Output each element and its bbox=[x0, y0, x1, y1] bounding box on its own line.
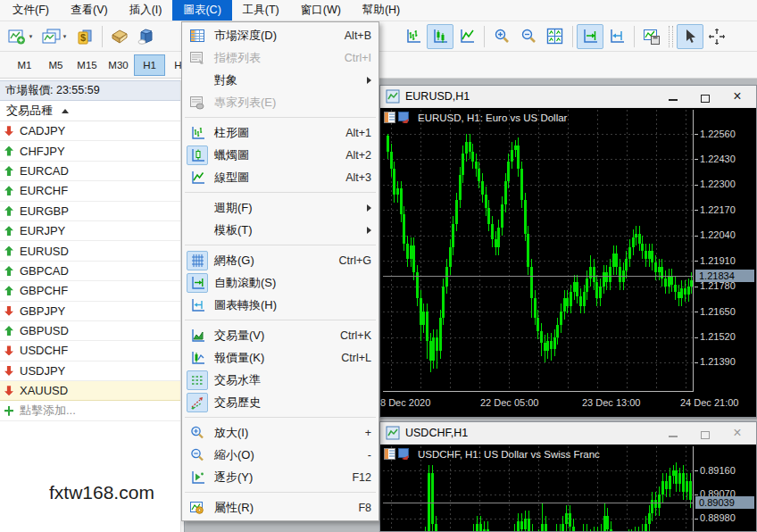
chart-menu-item-21-zoom-in[interactable]: 放大(I)+ bbox=[182, 421, 378, 444]
close-button[interactable]: × bbox=[731, 427, 744, 439]
usdchf-chart-area[interactable]: USDCHF, H1: US Dollar vs Swiss Franc 0.8… bbox=[380, 444, 756, 531]
menu-item-label: 線型圖 bbox=[214, 170, 249, 186]
one-click-trading-icon[interactable] bbox=[384, 448, 395, 460]
toolbar-separator bbox=[634, 26, 635, 47]
chart-window-icon bbox=[386, 426, 400, 440]
zoom-out-button[interactable] bbox=[515, 24, 542, 49]
timeframe-h1-button[interactable]: H1 bbox=[134, 54, 165, 76]
symbol-row-chfjpy[interactable]: CHFJPY bbox=[0, 141, 184, 161]
cursor-button[interactable] bbox=[677, 24, 703, 49]
symbol-column-label: 交易品種 bbox=[6, 103, 53, 119]
usdchf-title-bar[interactable]: USDCHF,H1 × bbox=[380, 422, 756, 444]
chart-mode-icon[interactable] bbox=[398, 448, 410, 460]
symbol-row-eurusd[interactable]: EURUSD bbox=[0, 241, 184, 261]
close-button[interactable]: × bbox=[731, 90, 744, 103]
price-tick-label: 1.22300 bbox=[700, 179, 736, 190]
symbol-row-gbpjpy[interactable]: GBPJPY bbox=[0, 302, 184, 321]
chart-menu-item-12-grid[interactable]: 網格(G)Ctrl+G bbox=[182, 249, 378, 271]
chart-menu-item-23-step-by-step[interactable]: 逐步(Y)F12 bbox=[182, 466, 378, 488]
chart-menu-item-22-zoom-out[interactable]: 縮小(O)- bbox=[182, 444, 378, 466]
chart-menu-item-0-market-depth[interactable]: 市場深度(D)Alt+B bbox=[182, 24, 378, 46]
timeframe-m15-button[interactable]: M15 bbox=[71, 54, 103, 76]
add-symbol-row[interactable]: 點擊添加... bbox=[0, 401, 184, 420]
timeframe-m5-button[interactable]: M5 bbox=[40, 54, 71, 76]
symbol-row-eurgbp[interactable]: EURGBP bbox=[0, 202, 184, 221]
chart-menu-item-18-trade-levels[interactable]: 交易水準 bbox=[182, 369, 378, 391]
eurusd-chart-header: EURUSD, H1: Euro vs US Dollar bbox=[384, 112, 567, 123]
symbol-row-usdchf[interactable]: USDCHF bbox=[0, 341, 184, 361]
usdchf-price-scale[interactable]: 0.891600.890700.889800.89039 bbox=[695, 445, 756, 531]
chart-menu-item-10-plain[interactable]: 模板(T) bbox=[182, 219, 378, 241]
symbol-column-header[interactable]: 交易品種 bbox=[0, 101, 184, 121]
bar-chart-button[interactable] bbox=[400, 24, 427, 49]
chart-profiles-button[interactable]: ▼ bbox=[37, 24, 71, 49]
menubar-item-1[interactable]: 查看(V) bbox=[60, 0, 119, 21]
menu-separator bbox=[185, 117, 376, 118]
eurusd-plot-frame bbox=[383, 110, 694, 392]
menubar-item-4[interactable]: 工具(T) bbox=[232, 0, 290, 21]
eurusd-title-bar[interactable]: EURUSD,H1 × bbox=[380, 86, 756, 107]
eurusd-price-scale[interactable]: 1.225601.224301.223001.221701.220401.219… bbox=[695, 108, 756, 417]
zoom-in-button[interactable] bbox=[488, 24, 515, 49]
maximize-button[interactable] bbox=[699, 427, 711, 439]
menu-shortcut: Ctrl+I bbox=[345, 52, 371, 64]
chart-menu-item-16-volumes[interactable]: 交易量(V)Ctrl+K bbox=[182, 324, 378, 346]
chart-menu-item-13-auto-scroll[interactable]: 自動滾動(S) bbox=[182, 271, 378, 294]
history-center-button[interactable] bbox=[106, 24, 133, 49]
chart-menu-item-2-plain[interactable]: 對象 bbox=[182, 69, 378, 91]
templates-button[interactable] bbox=[638, 24, 665, 49]
symbol-row-cadjpy[interactable]: CADJPY bbox=[0, 121, 184, 141]
zoom-out-icon bbox=[187, 445, 208, 465]
tile-windows-button[interactable] bbox=[542, 24, 569, 49]
menubar-item-6[interactable]: 幫助(H) bbox=[352, 0, 411, 21]
symbol-row-xauusd[interactable]: XAUUSD bbox=[0, 381, 184, 401]
symbol-row-gbpchf[interactable]: GBPCHF bbox=[0, 281, 184, 301]
price-tick-mark bbox=[695, 337, 698, 338]
navigator-button[interactable] bbox=[133, 24, 160, 49]
price-tick-label: 1.21520 bbox=[700, 331, 736, 343]
chart-menu-item-17-tick-volumes[interactable]: 報價量(K)Ctrl+L bbox=[182, 346, 378, 369]
eurusd-chart-area[interactable]: EURUSD, H1: Euro vs US Dollar 1.225601.2… bbox=[380, 107, 756, 417]
chart-menu-item-7-line-chart[interactable]: 線型圖Alt+3 bbox=[182, 166, 378, 188]
timeframe-m30-button[interactable]: M30 bbox=[103, 54, 134, 76]
one-click-trading-icon[interactable] bbox=[384, 112, 395, 123]
chart-menu-item-25-properties[interactable]: 屬性(R)F8 bbox=[182, 496, 378, 519]
menubar-item-3[interactable]: 圖表(C) bbox=[172, 0, 231, 21]
symbol-row-gbpcad[interactable]: GBPCAD bbox=[0, 262, 184, 281]
chart-menu-item-14-chart-shift[interactable]: 圖表轉換(H) bbox=[182, 294, 378, 316]
symbol-row-eurcad[interactable]: EURCAD bbox=[0, 162, 184, 181]
menubar-item-0[interactable]: 文件(F) bbox=[2, 0, 60, 21]
usdchf-chart-header: USDCHF, H1: US Dollar vs Swiss Franc bbox=[384, 448, 600, 460]
menubar-item-2[interactable]: 插入(I) bbox=[119, 0, 173, 21]
toolbar-grip[interactable] bbox=[669, 26, 673, 47]
auto-scroll-button[interactable] bbox=[577, 24, 603, 49]
bar-chart-icon bbox=[404, 28, 422, 46]
menubar-item-5[interactable]: 窗口(W) bbox=[290, 0, 352, 21]
menu-item-label: 週期(F) bbox=[214, 200, 253, 216]
price-up-icon bbox=[4, 246, 13, 256]
symbol-row-eurjpy[interactable]: EURJPY bbox=[0, 221, 184, 241]
price-tick-mark bbox=[695, 312, 698, 312]
symbol-row-usdjpy[interactable]: USDJPY bbox=[0, 362, 184, 381]
crosshair-button[interactable] bbox=[703, 24, 730, 49]
chart-mode-icon[interactable] bbox=[398, 112, 410, 123]
candle-chart-button[interactable] bbox=[427, 24, 453, 49]
symbol-row-eurchf[interactable]: EURCHF bbox=[0, 181, 184, 201]
chart-shift-button[interactable] bbox=[603, 24, 630, 49]
symbol-row-gbpusd[interactable]: GBPUSD bbox=[0, 321, 184, 341]
chart-menu-item-9-plain[interactable]: 週期(F) bbox=[182, 196, 378, 219]
line-chart-button[interactable] bbox=[453, 24, 480, 49]
minimize-button[interactable] bbox=[667, 90, 679, 103]
maximize-button[interactable] bbox=[699, 90, 711, 103]
price-up-icon bbox=[4, 286, 13, 295]
chart-menu-item-19-trade-history[interactable]: 交易歷史 bbox=[182, 391, 378, 413]
chart-menu-item-5-bar-chart[interactable]: 柱形圖Alt+1 bbox=[182, 121, 378, 144]
new-chart-button[interactable]: ▼ bbox=[4, 24, 37, 49]
auto-scroll-icon bbox=[581, 28, 599, 46]
price-down-icon bbox=[4, 126, 13, 136]
menu-shortcut: Ctrl+K bbox=[340, 329, 371, 342]
chart-menu-item-6-candle-chart[interactable]: 蠟燭圖Alt+2 bbox=[182, 144, 378, 166]
minimize-button[interactable] bbox=[667, 427, 679, 439]
timeframe-m1-button[interactable]: M1 bbox=[9, 54, 40, 76]
market-watch-button[interactable]: $ bbox=[71, 24, 98, 49]
